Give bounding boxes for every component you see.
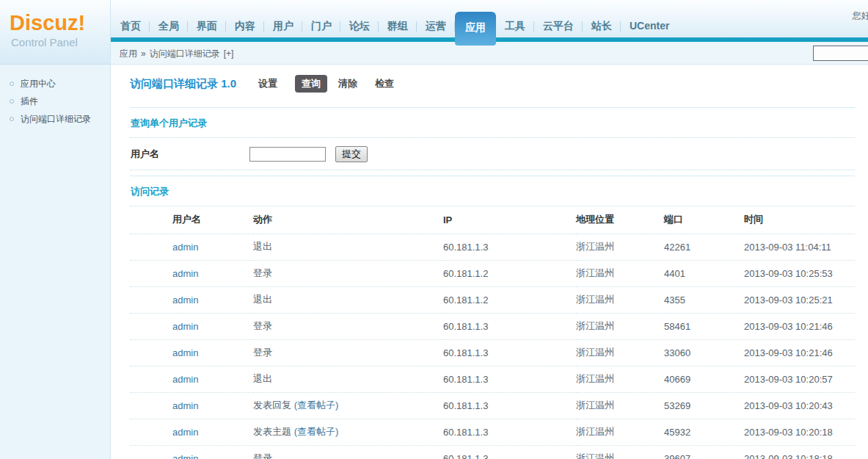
nav-item-cloud[interactable]: 云平台	[534, 16, 583, 37]
nav-item-content[interactable]: 内容	[226, 16, 264, 37]
username-link[interactable]: admin	[172, 427, 198, 438]
location-cell: 浙江温州	[576, 313, 664, 339]
top-header: 您好, 首页 全局 界面 内容 用户 门户 论坛 群组 运营 应用 工具 云平台…	[111, 0, 868, 37]
action-text: 退出	[253, 373, 272, 384]
view-post-link[interactable]: (查看帖子)	[294, 400, 339, 411]
access-records-table: 用户名 动作 IP 地理位置 端口 时间 admin 退出 60.181.1.3…	[130, 206, 855, 459]
location-cell: 浙江温州	[576, 366, 664, 392]
action-text: 退出	[253, 241, 272, 252]
tab-check[interactable]: 检查	[375, 77, 394, 90]
col-header-port: 端口	[664, 206, 744, 234]
location-cell: 浙江温州	[576, 234, 664, 260]
section-heading-query: 查询单个用户记录	[130, 108, 855, 138]
ip-cell: 60.181.1.3	[443, 339, 576, 366]
plugin-title-row: 访问端口详细记录 1.0 设置 查询 清除 检查	[130, 75, 855, 93]
sidebar-item-port-log[interactable]: 访问端口详细记录	[10, 110, 110, 128]
nav-item-interface[interactable]: 界面	[188, 16, 226, 37]
location-cell: 浙江温州	[576, 445, 664, 459]
port-cell: 53269	[664, 392, 744, 419]
col-header-location: 地理位置	[576, 206, 664, 234]
logo-box: Discuz! Control Panel	[0, 0, 110, 65]
col-header-time: 时间	[744, 206, 855, 234]
time-cell: 2013-09-03 10:25:53	[744, 260, 855, 286]
nav-item-apps-active[interactable]: 应用	[455, 12, 496, 46]
greeting-text: 您好,	[853, 10, 868, 22]
username-link[interactable]: admin	[172, 294, 198, 306]
action-text: 登录	[253, 452, 272, 459]
time-cell: 2013-09-03 10:20:18	[744, 419, 855, 445]
username-link[interactable]: admin	[172, 400, 198, 411]
section-heading-records: 访问记录	[130, 176, 855, 206]
access-records-section: 访问记录	[130, 176, 855, 206]
nav-item-tools[interactable]: 工具	[496, 16, 534, 37]
ip-cell: 60.181.1.3	[443, 419, 576, 445]
username-input[interactable]	[249, 147, 326, 162]
nav-item-operations[interactable]: 运营	[417, 16, 455, 37]
action-text: 登录	[253, 267, 272, 278]
location-cell: 浙江温州	[576, 392, 664, 419]
discuz-control-panel: Discuz! Control Panel 应用中心 插件 访问端口详细记录 您…	[0, 0, 868, 459]
ip-cell: 60.181.1.2	[443, 260, 576, 286]
breadcrumb-page: 访问端口详细记录	[150, 48, 220, 59]
control-panel-subtitle: Control Panel	[11, 36, 110, 48]
nav-item-forum[interactable]: 论坛	[340, 16, 379, 37]
username-link[interactable]: admin	[172, 268, 198, 279]
username-link[interactable]: admin	[172, 242, 198, 253]
action-text: 发表回复	[253, 400, 294, 411]
breadcrumb-expand-toggle[interactable]: [+]	[224, 48, 234, 59]
username-link[interactable]: admin	[172, 321, 198, 332]
nav-item-webmaster[interactable]: 站长	[583, 16, 621, 37]
location-cell: 浙江温州	[576, 419, 664, 445]
content-area: 访问端口详细记录 1.0 设置 查询 清除 检查 查询单个用户记录 用户名 提交…	[111, 65, 868, 459]
sidebar-item-label: 应用中心	[21, 78, 56, 90]
admin-search-input[interactable]	[813, 46, 868, 61]
tab-clear[interactable]: 清除	[338, 77, 357, 90]
main-column: 您好, 首页 全局 界面 内容 用户 门户 论坛 群组 运营 应用 工具 云平台…	[111, 0, 868, 459]
time-cell: 2013-09-03 10:21:46	[744, 339, 855, 366]
time-cell: 2013-09-03 10:20:43	[744, 392, 855, 419]
location-cell: 浙江温州	[576, 260, 664, 286]
ip-cell: 60.181.1.3	[443, 445, 576, 459]
username-link[interactable]: admin	[172, 453, 198, 459]
nav-item-portal[interactable]: 门户	[302, 16, 340, 37]
action-text: 发表主题	[253, 426, 294, 437]
query-user-section: 查询单个用户记录 用户名 提交	[130, 107, 855, 170]
nav-item-global[interactable]: 全局	[150, 16, 188, 37]
username-label: 用户名	[130, 148, 249, 161]
submit-button[interactable]: 提交	[335, 146, 368, 162]
time-cell: 2013-09-03 10:20:57	[744, 366, 855, 392]
circle-bullet-icon	[10, 82, 14, 86]
port-cell: 4355	[664, 286, 744, 313]
table-row: admin 登录 60.181.1.2 浙江温州 4401 2013-09-03…	[130, 260, 855, 286]
sidebar-item-app-center[interactable]: 应用中心	[10, 75, 110, 93]
username-link[interactable]: admin	[172, 374, 198, 385]
breadcrumb-section[interactable]: 应用	[120, 48, 137, 59]
table-row: admin 登录 60.181.1.3 浙江温州 58461 2013-09-0…	[130, 313, 855, 339]
ip-cell: 60.181.1.3	[443, 313, 576, 339]
col-header-username: 用户名	[130, 206, 253, 234]
ip-cell: 60.181.1.2	[443, 286, 576, 313]
nav-item-groups[interactable]: 群组	[379, 16, 417, 37]
sidebar-item-label: 插件	[21, 95, 38, 108]
nav-item-home[interactable]: 首页	[112, 16, 150, 37]
nav-item-ucenter[interactable]: UCenter	[621, 16, 678, 37]
breadcrumb: 应用»访问端口详细记录[+]	[120, 48, 237, 60]
action-text: 退出	[253, 294, 272, 305]
port-cell: 45932	[664, 419, 744, 445]
port-cell: 33060	[664, 339, 744, 366]
nav-item-users[interactable]: 用户	[264, 16, 302, 37]
view-post-link[interactable]: (查看帖子)	[294, 426, 339, 437]
username-link[interactable]: admin	[172, 347, 198, 358]
tab-settings[interactable]: 设置	[258, 77, 277, 90]
sidebar-item-plugins[interactable]: 插件	[10, 93, 110, 110]
table-row: admin 发表回复 (查看帖子) 60.181.1.3 浙江温州 53269 …	[130, 392, 855, 419]
action-text: 登录	[253, 347, 272, 358]
plugin-tabs: 设置 查询 清除 检查	[258, 75, 412, 93]
main-nav: 首页 全局 界面 内容 用户 门户 论坛 群组 运营 应用 工具 云平台 站长 …	[112, 12, 678, 37]
tab-query-active[interactable]: 查询	[295, 75, 327, 93]
time-cell: 2013-09-03 10:18:18	[744, 445, 855, 459]
page-title: 访问端口详细记录 1.0	[130, 77, 236, 91]
circle-bullet-icon	[10, 99, 14, 104]
sidebar-item-label: 访问端口详细记录	[21, 113, 91, 126]
time-cell: 2013-09-03 10:25:21	[744, 286, 855, 313]
